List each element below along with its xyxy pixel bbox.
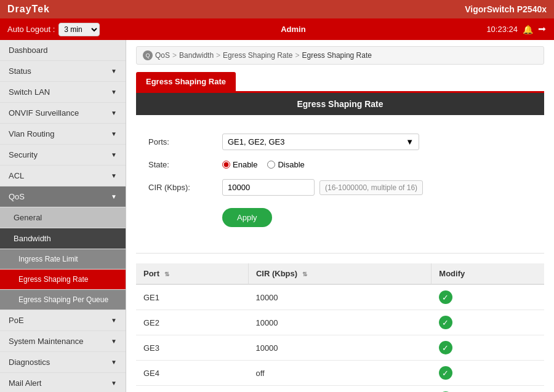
- sidebar-item-label: ACL: [9, 171, 24, 180]
- cell-modify: ✓: [432, 361, 544, 386]
- sidebar-item-security[interactable]: Security ▼: [0, 145, 126, 166]
- dropdown-icon: ▼: [406, 137, 414, 146]
- sidebar-item-label: Mail Alert: [9, 378, 41, 388]
- table-row: GE5 off ✓: [136, 386, 544, 393]
- breadcrumb-sep1: >: [172, 51, 177, 60]
- chevron-icon: ▼: [111, 359, 117, 366]
- breadcrumb: Q QoS > Bandwidth > Egress Shaping Rate …: [136, 46, 544, 65]
- chevron-icon: ▼: [111, 130, 117, 137]
- state-control: Enable Disable: [222, 160, 532, 169]
- breadcrumb-bandwidth[interactable]: Bandwidth: [179, 51, 214, 60]
- sidebar-item-diagnostics[interactable]: Diagnostics ▼: [0, 352, 126, 373]
- top-header: DrayTek VigorSwitch P2540x: [0, 0, 554, 18]
- chevron-icon: ▼: [111, 110, 117, 116]
- ports-select[interactable]: GE1, GE2, GE3 ▼: [222, 134, 419, 150]
- cell-cir: 10000: [248, 284, 431, 310]
- sidebar-item-ingress-rate[interactable]: Ingress Rate Limit: [0, 249, 126, 270]
- sort-icon-cir[interactable]: ⇅: [302, 271, 307, 278]
- form-row-cir: CIR (Kbps): (16-1000000, multiple of 16): [148, 179, 532, 196]
- tab-egress-shaping-rate[interactable]: Egress Shaping Rate: [136, 72, 236, 91]
- sidebar-item-status[interactable]: Status ▼: [0, 61, 126, 82]
- sidebar-item-general[interactable]: General: [0, 207, 126, 228]
- col-cir-label: CIR (Kbps): [256, 269, 297, 278]
- sidebar-item-label: Egress Shaping Rate: [18, 275, 88, 284]
- sidebar-item-poe[interactable]: PoE ▼: [0, 310, 126, 331]
- table-row: GE3 10000 ✓: [136, 335, 544, 361]
- sidebar-item-acl[interactable]: ACL ▼: [0, 166, 126, 186]
- sidebar-item-bandwidth[interactable]: Bandwidth: [0, 228, 126, 249]
- chevron-icon: ▼: [111, 338, 117, 345]
- cell-port: GE3: [136, 335, 248, 361]
- breadcrumb-egress1[interactable]: Egress Shaping Rate: [223, 51, 292, 60]
- form-area: Ports: GE1, GE2, GE3 ▼ State: Enable: [136, 127, 544, 243]
- chevron-icon: ▼: [111, 380, 117, 386]
- header-right: 10:23:24 🔔 ⮕: [486, 25, 547, 34]
- modify-button[interactable]: ✓: [439, 290, 452, 304]
- cell-port: GE4: [136, 361, 248, 386]
- sidebar-item-vlan[interactable]: Vlan Routing ▼: [0, 124, 126, 145]
- sidebar-item-qos[interactable]: QoS ▼: [0, 186, 126, 207]
- radio-group: Enable Disable: [222, 160, 532, 169]
- cell-modify: ✓: [432, 284, 544, 310]
- chevron-icon: ▼: [111, 317, 117, 324]
- sidebar-item-label: Status: [9, 66, 31, 76]
- cir-input[interactable]: [222, 179, 315, 196]
- form-row-state: State: Enable Disable: [148, 160, 532, 169]
- cell-port: GE5: [136, 386, 248, 393]
- radio-enable[interactable]: Enable: [222, 160, 257, 169]
- breadcrumb-sep3: >: [295, 51, 300, 60]
- auto-logout-group: Auto Logout : 3 min 1 min 5 min 10 min N…: [7, 23, 100, 36]
- radio-disable-input[interactable]: [267, 161, 275, 169]
- sidebar-item-label: Egress Shaping Per Queue: [18, 295, 108, 304]
- sidebar-item-egress-shaping-rate[interactable]: Egress Shaping Rate: [0, 270, 126, 290]
- logout-icon[interactable]: ⮕: [538, 25, 547, 34]
- form-row-ports: Ports: GE1, GE2, GE3 ▼: [148, 134, 532, 150]
- tab-bar: Egress Shaping Rate: [136, 72, 544, 93]
- sidebar: Dashboard Status ▼ Switch LAN ▼ ONVIF Su…: [0, 40, 126, 392]
- sidebar-item-mail-alert[interactable]: Mail Alert ▼: [0, 373, 126, 392]
- apply-button[interactable]: Apply: [222, 208, 272, 227]
- chevron-icon: ▼: [111, 89, 117, 95]
- state-label: State:: [148, 160, 222, 169]
- main-content: Q QoS > Bandwidth > Egress Shaping Rate …: [126, 40, 554, 392]
- modify-button[interactable]: ✓: [439, 341, 452, 354]
- cell-cir: off: [248, 361, 431, 386]
- col-port: Port ⇅: [136, 263, 248, 284]
- sidebar-item-label: General: [14, 213, 42, 222]
- auto-logout-select[interactable]: 3 min 1 min 5 min 10 min Never: [58, 23, 100, 36]
- breadcrumb-qos[interactable]: QoS: [155, 51, 170, 60]
- cell-cir: 10000: [248, 310, 431, 335]
- sidebar-item-label: QoS: [9, 192, 25, 201]
- ports-control: GE1, GE2, GE3 ▼: [222, 134, 532, 150]
- sidebar-item-label: Vlan Routing: [9, 129, 54, 138]
- section-header: Egress Shaping Rate: [136, 93, 544, 115]
- bell-icon[interactable]: 🔔: [523, 25, 533, 34]
- cell-modify: ✓: [432, 335, 544, 361]
- data-table: Port ⇅ CIR (Kbps) ⇅ Modify GE1 10000 ✓: [136, 263, 544, 392]
- brand-logo: DrayTek: [7, 4, 50, 15]
- cell-cir: off: [248, 386, 431, 393]
- sort-icon-port[interactable]: ⇅: [164, 271, 169, 278]
- cell-port: GE2: [136, 310, 248, 335]
- sidebar-item-label: PoE: [9, 316, 24, 325]
- sidebar-item-dashboard[interactable]: Dashboard: [0, 40, 126, 61]
- chevron-icon: ▼: [111, 151, 117, 158]
- cell-modify: ✓: [432, 310, 544, 335]
- sidebar-item-switch-lan[interactable]: Switch LAN ▼: [0, 82, 126, 103]
- ports-label: Ports:: [148, 137, 222, 146]
- sidebar-item-system-maintenance[interactable]: System Maintenance ▼: [0, 331, 126, 352]
- modify-button[interactable]: ✓: [439, 316, 452, 329]
- breadcrumb-sep2: >: [216, 51, 220, 60]
- breadcrumb-egress2: Egress Shaping Rate: [302, 51, 372, 60]
- sidebar-item-onvif[interactable]: ONVIF Surveillance ▼: [0, 103, 126, 124]
- chevron-icon: ▼: [111, 172, 117, 179]
- sidebar-item-egress-per-queue[interactable]: Egress Shaping Per Queue: [0, 290, 126, 310]
- main-layout: Dashboard Status ▼ Switch LAN ▼ ONVIF Su…: [0, 40, 554, 392]
- radio-enable-input[interactable]: [222, 161, 230, 169]
- modify-button[interactable]: ✓: [439, 366, 452, 380]
- time-display: 10:23:24: [486, 25, 518, 34]
- radio-disable[interactable]: Disable: [267, 160, 304, 169]
- sidebar-item-label: Diagnostics: [9, 358, 50, 367]
- auto-logout-label: Auto Logout :: [7, 25, 55, 34]
- col-cir: CIR (Kbps) ⇅: [248, 263, 431, 284]
